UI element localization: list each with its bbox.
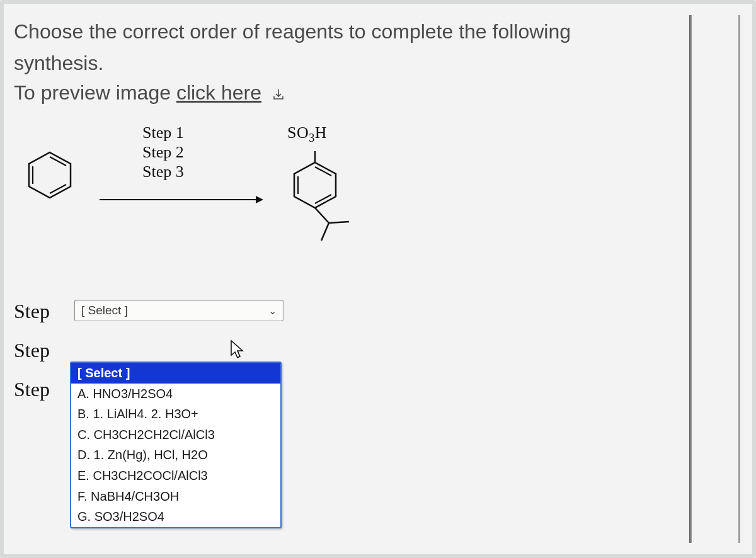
option-a[interactable]: A. HNO3/H2SO4 bbox=[71, 384, 280, 404]
option-b[interactable]: B. 1. LiAlH4. 2. H3O+ bbox=[71, 404, 280, 424]
svg-line-2 bbox=[50, 185, 66, 193]
step3-label-text: Step bbox=[14, 378, 74, 401]
option-g[interactable]: G. SO3/H2SO4 bbox=[71, 506, 280, 527]
svg-line-9 bbox=[315, 167, 331, 176]
step3-label: Step 3 bbox=[142, 162, 184, 182]
page: Choose the correct order of reagents to … bbox=[0, 0, 756, 558]
question-line1: Choose the correct order of reagents to … bbox=[14, 16, 678, 48]
svg-marker-6 bbox=[294, 162, 336, 208]
gutter-line bbox=[689, 15, 692, 543]
download-icon[interactable] bbox=[271, 84, 286, 107]
svg-marker-5 bbox=[256, 196, 263, 203]
step1-selected-value: [ Select ] bbox=[81, 304, 128, 317]
svg-marker-0 bbox=[29, 152, 71, 198]
so3h-label: SO3H bbox=[287, 123, 327, 142]
question-line2: synthesis. bbox=[14, 48, 678, 79]
step2-row: Step bbox=[14, 339, 678, 364]
reaction-arrow bbox=[100, 194, 263, 208]
starting-material-benzene bbox=[25, 149, 74, 202]
option-e[interactable]: E. CH3CH2COCl/AlCl3 bbox=[71, 465, 280, 486]
svg-line-11 bbox=[315, 208, 329, 223]
svg-line-8 bbox=[315, 195, 331, 203]
right-gutter bbox=[689, 10, 746, 548]
step1-select[interactable]: [ Select ] ⌄ bbox=[74, 300, 284, 321]
svg-line-13 bbox=[329, 222, 349, 223]
chevron-down-icon: ⌄ bbox=[268, 305, 277, 317]
step1-row: Step [ Select ] ⌄ bbox=[14, 300, 678, 325]
step2-label: Step 2 bbox=[142, 143, 184, 162]
option-d[interactable]: D. 1. Zn(Hg), HCl, H2O bbox=[71, 445, 280, 465]
svg-line-12 bbox=[321, 223, 329, 241]
step1-dropdown-open[interactable]: [ Select ] A. HNO3/H2SO4 B. 1. LiAlH4. 2… bbox=[70, 362, 282, 528]
step1-label-text: Step bbox=[14, 300, 74, 323]
option-f[interactable]: F. NaBH4/CH3OH bbox=[71, 486, 280, 507]
step1-label: Step 1 bbox=[142, 123, 184, 143]
svg-line-3 bbox=[50, 157, 66, 166]
product-structure: SO3H bbox=[287, 123, 369, 251]
option-select-placeholder[interactable]: [ Select ] bbox=[71, 363, 280, 384]
step2-label-text: Step bbox=[14, 339, 74, 362]
reaction-scheme: Step 1 Step 2 Step 3 SO3H bbox=[14, 123, 678, 256]
product-ring bbox=[287, 147, 369, 251]
option-c[interactable]: C. CH3CH2CH2Cl/AlCl3 bbox=[71, 424, 280, 445]
step-labels: Step 1 Step 2 Step 3 bbox=[142, 123, 184, 181]
preview-line: To preview image click here bbox=[14, 81, 678, 107]
preview-image-link[interactable]: click here bbox=[176, 81, 261, 104]
gutter-scroll[interactable] bbox=[738, 15, 740, 543]
preview-prefix: To preview image bbox=[14, 81, 176, 104]
